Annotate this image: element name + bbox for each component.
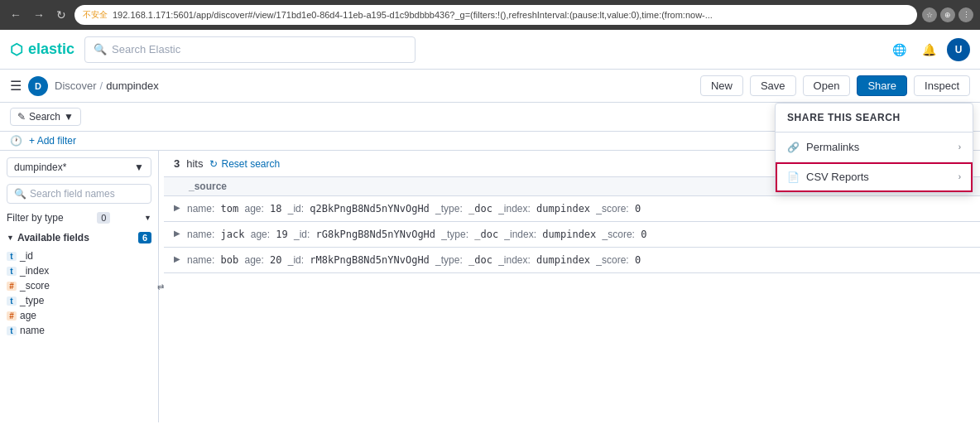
table-row: ▶name: jack age: 19 _id: rG8kPngB8Nd5nYN… (164, 222, 980, 248)
global-search-placeholder: Search Elastic (112, 43, 180, 55)
hits-count: 3 (174, 157, 180, 170)
field-item-_type[interactable]: t_type (7, 293, 151, 308)
results-rows: ▶name: tom age: 18 _id: q2BkPngB8Nd5nYNv… (164, 196, 980, 273)
source-column-header: _source (189, 181, 227, 192)
expand-row-button[interactable]: ▶ (174, 203, 180, 212)
expand-row-button[interactable]: ▶ (174, 254, 180, 263)
table-row: ▶name: bob age: 20 _id: rM8kPngB8Nd5nYNv… (164, 248, 980, 273)
share-button[interactable]: Share (857, 75, 907, 96)
open-button[interactable]: Open (803, 75, 851, 96)
elastic-header: ⬡ elastic 🔍 Search Elastic 🌐 🔔 U (0, 30, 980, 70)
url-text: 192.168.1.171:5601/app/discover#/view/17… (113, 10, 713, 20)
app-nav-bar: ☰ D Discover / dumpindex New Save Open S… (0, 70, 980, 103)
browser-bar: ← → ↻ 不安全 192.168.1.171:5601/app/discove… (0, 0, 980, 30)
security-badge: 不安全 (83, 9, 108, 21)
dropdown-item-csv-reports[interactable]: 📄CSV Reports› (776, 162, 973, 192)
dropdown-item-label: Permalinks (806, 141, 859, 153)
share-dropdown-title: SHARE THIS SEARCH (776, 104, 973, 133)
expand-row-button[interactable]: ▶ (174, 229, 180, 238)
refresh-icon: ↻ (209, 158, 218, 170)
dropdown-items: 🔗Permalinks›📄CSV Reports› (776, 133, 973, 192)
bell-icon[interactable]: 🔔 (917, 38, 940, 61)
field-name-label: _score (20, 280, 50, 292)
chevron-down-icon: ▼ (144, 214, 151, 222)
field-type-badge: t (7, 252, 17, 261)
breadcrumb-discover[interactable]: Discover (55, 80, 97, 92)
field-label: _score: (596, 203, 628, 214)
add-filter-button[interactable]: + Add filter (29, 135, 76, 147)
field-label: age: (244, 203, 263, 214)
search-fields-input[interactable]: 🔍 Search field names (7, 184, 151, 204)
field-label: _score: (596, 254, 628, 266)
field-name-label: age (20, 310, 36, 321)
share-dropdown: SHARE THIS SEARCH 🔗Permalinks›📄CSV Repor… (775, 103, 973, 193)
field-label: _id: (294, 229, 310, 240)
index-selector-label: dumpindex* (14, 161, 66, 173)
elastic-logo[interactable]: ⬡ elastic (10, 41, 74, 59)
browser-icon-1: ☆ (922, 7, 937, 22)
browser-icon-2: ⊕ (940, 7, 955, 22)
field-label: name: (187, 229, 214, 240)
result-content: name: jack age: 19 _id: rG8kPngB8Nd5nYNv… (187, 227, 970, 242)
refresh-button[interactable]: ↻ (53, 7, 70, 23)
hamburger-menu[interactable]: ☰ (10, 78, 22, 94)
field-label: _score: (603, 229, 635, 240)
search-fields-placeholder: Search field names (30, 188, 115, 200)
breadcrumb-separator: / (100, 80, 103, 92)
index-selector[interactable]: dumpindex* ▼ (7, 157, 151, 177)
elastic-logo-icon: ⬡ (10, 41, 23, 59)
dropdown-item-left: 📄CSV Reports (787, 171, 869, 183)
field-label: name: (187, 203, 214, 214)
field-type-badge: # (7, 282, 17, 291)
field-item-_score[interactable]: #_score (7, 278, 151, 293)
dropdown-item-permalinks[interactable]: 🔗Permalinks› (776, 133, 973, 162)
search-icon: 🔍 (94, 43, 107, 55)
field-label: age: (244, 254, 263, 266)
chevron-down-icon: ▼ (64, 111, 74, 123)
save-button[interactable]: Save (750, 75, 796, 96)
filter-type-label: Filter by type (7, 212, 64, 224)
dropdown-item-label: CSV Reports (806, 171, 869, 183)
field-item-age[interactable]: #age (7, 308, 151, 323)
available-fields-header: ▼ Available fields 6 (7, 230, 151, 245)
field-type-badge: t (7, 267, 17, 276)
breadcrumb: Discover / dumpindex (55, 80, 159, 92)
new-button[interactable]: New (700, 75, 743, 96)
inspect-button[interactable]: Inspect (914, 75, 970, 96)
chevron-right-icon: › (958, 142, 961, 152)
field-item-_id[interactable]: t_id (7, 248, 151, 263)
search-type-icon: ✎ (17, 111, 26, 123)
field-label: age: (251, 229, 270, 240)
global-search-bar[interactable]: 🔍 Search Elastic (84, 36, 416, 63)
field-item-name[interactable]: tname (7, 323, 151, 338)
reset-search-label: Reset search (221, 158, 280, 170)
field-item-_index[interactable]: t_index (7, 263, 151, 278)
field-label: _id: (288, 203, 304, 214)
field-type-badge: # (7, 311, 17, 321)
csv-icon: 📄 (787, 171, 800, 183)
hits-label: hits (186, 157, 203, 170)
filter-type-count: 0 (97, 212, 110, 224)
elastic-logo-text: elastic (28, 41, 74, 58)
clock-icon: 🕐 (10, 135, 22, 147)
browser-icon-3: ⋮ (958, 7, 973, 22)
browser-toolbar: ☆ ⊕ ⋮ (922, 7, 973, 22)
resize-handle[interactable]: ⇄ (159, 151, 164, 422)
field-name-label: _type (20, 295, 44, 306)
back-button[interactable]: ← (7, 7, 25, 23)
field-label: _type: (441, 229, 468, 240)
available-fields-label: Available fields (17, 232, 89, 243)
reset-search-button[interactable]: ↻ Reset search (209, 158, 280, 170)
filter-type-row: Filter by type 0 ▼ (7, 210, 151, 225)
url-bar[interactable]: 不安全 192.168.1.171:5601/app/discover#/vie… (74, 5, 917, 25)
fields-count: 6 (138, 232, 151, 243)
field-label: _index: (504, 229, 536, 240)
field-label: name: (187, 254, 214, 266)
user-avatar[interactable]: U (947, 38, 970, 61)
search-type-selector[interactable]: ✎ Search ▼ (10, 108, 81, 126)
globe-icon[interactable]: 🌐 (887, 38, 910, 61)
forward-button[interactable]: → (30, 7, 48, 23)
result-content: name: tom age: 18 _id: q2BkPngB8Nd5nYNvO… (187, 201, 970, 216)
field-type-badge: t (7, 326, 17, 335)
field-label: _id: (288, 254, 304, 266)
